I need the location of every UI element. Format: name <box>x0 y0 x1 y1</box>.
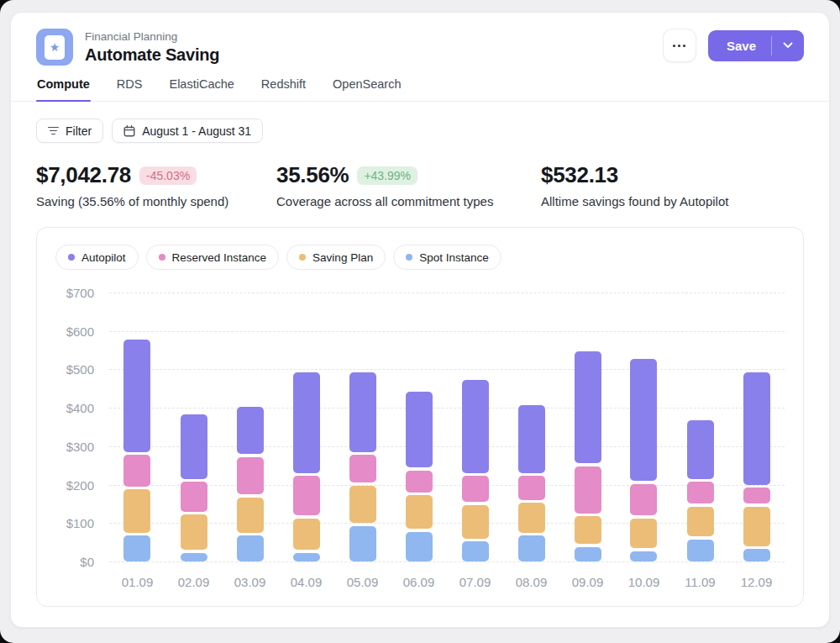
chart-legend: Autopilot Reserved Instance Saving Plan … <box>55 245 785 270</box>
bar-segment-spot-instance <box>630 551 657 562</box>
x-axis-label: 11.09 <box>685 575 715 589</box>
filter-button[interactable]: Filter <box>36 119 103 143</box>
bar-segment-saving-plan <box>630 519 657 548</box>
legend-item-spot-instance[interactable]: Spot Instance <box>393 245 501 270</box>
stat-badge-positive: +43.99% <box>357 166 417 185</box>
save-dropdown-button[interactable] <box>772 30 804 61</box>
bar-segment-autopilot <box>687 420 714 479</box>
stat-saving: $7,042.78 -45.03% Saving (35.56% of mont… <box>36 162 276 208</box>
bar-segment-reserved-instance <box>237 457 264 495</box>
legend-dot <box>68 254 75 261</box>
content: Filter August 1 - August 31 $7,042.78 -4… <box>11 102 829 627</box>
bar-segment-reserved-instance <box>518 476 545 500</box>
date-range-button[interactable]: August 1 - August 31 <box>112 119 263 143</box>
bar-segment-saving-plan <box>123 489 150 532</box>
bar-segment-saving-plan <box>237 498 264 533</box>
bar-segment-spot-instance <box>462 541 489 561</box>
tab-rds[interactable]: RDS <box>116 77 144 101</box>
bar-segment-reserved-instance <box>406 471 433 493</box>
stat-value: $7,042.78 <box>36 162 131 188</box>
x-axis-label: 06.09 <box>403 575 435 589</box>
legend-item-autopilot[interactable]: Autopilot <box>55 245 139 270</box>
bar-segment-reserved-instance <box>349 455 376 482</box>
bar-segment-autopilot <box>123 340 150 452</box>
x-axis-label: 05.09 <box>347 575 379 589</box>
tab-redshift[interactable]: Redshift <box>260 77 307 101</box>
legend-label: Spot Instance <box>419 251 489 264</box>
filter-icon <box>48 127 59 135</box>
y-axis-tick: $700 <box>66 286 94 300</box>
gridline <box>109 331 785 332</box>
bar-segment-saving-plan <box>743 507 770 546</box>
bar-segment-saving-plan <box>575 516 601 544</box>
gridline <box>109 446 785 447</box>
legend-dot <box>406 254 412 261</box>
x-axis-label: 03.09 <box>234 575 266 589</box>
y-axis-tick: $200 <box>66 477 94 492</box>
bar-segment-spot-instance <box>181 553 207 561</box>
bar-segment-saving-plan <box>349 486 376 524</box>
legend-label: Saving Plan <box>312 251 373 264</box>
legend-label: Reserved Instance <box>172 251 267 264</box>
y-axis-tick: $500 <box>66 362 94 377</box>
gridline <box>109 408 785 408</box>
x-axis-label: 04.09 <box>291 575 323 589</box>
bar-segment-spot-instance <box>518 535 545 561</box>
stat-badge-negative: -45.03% <box>139 166 197 185</box>
bar-segment-autopilot <box>406 392 433 467</box>
stacked-bar-chart: $700$600$500$400$300$200$100$0 01.0902.0… <box>55 293 785 561</box>
legend-dot <box>159 254 165 261</box>
stat-value: 35.56% <box>276 162 349 188</box>
y-axis: $700$600$500$400$300$200$100$0 <box>55 293 94 561</box>
y-axis-tick: $600 <box>66 324 94 338</box>
bar-segment-reserved-instance <box>630 484 657 516</box>
legend-item-saving-plan[interactable]: Saving Plan <box>286 245 386 270</box>
filter-row: Filter August 1 - August 31 <box>36 119 804 143</box>
tab-elasticache[interactable]: ElastiCache <box>168 77 234 101</box>
chevron-down-icon <box>783 42 793 49</box>
bar-segment-spot-instance <box>743 549 770 561</box>
bar-segment-spot-instance <box>349 526 376 561</box>
y-axis-tick: $400 <box>66 401 94 415</box>
x-axis-label: 02.09 <box>178 575 210 589</box>
x-axis-label: 07.09 <box>459 575 491 589</box>
stat-coverage: 35.56% +43.99% Coverage across all commi… <box>276 162 541 208</box>
gridline <box>109 561 785 562</box>
chart-card: Autopilot Reserved Instance Saving Plan … <box>36 227 804 607</box>
gridline <box>109 293 785 293</box>
legend-dot <box>299 254 306 261</box>
more-button[interactable] <box>663 29 696 62</box>
breadcrumb: Financial Planning <box>85 30 219 43</box>
bar-segment-autopilot <box>349 372 376 452</box>
bar-segment-spot-instance <box>293 553 320 561</box>
save-button[interactable]: Save <box>708 30 771 61</box>
legend-item-reserved-instance[interactable]: Reserved Instance <box>146 245 280 270</box>
gridline <box>109 369 785 370</box>
bar-segment-spot-instance <box>123 535 150 561</box>
stat-value: $532.13 <box>541 162 618 188</box>
stat-alltime-savings: $532.13 Alltime savings found by Autopil… <box>541 162 728 208</box>
page-title: Automate Saving <box>85 45 219 65</box>
y-axis-tick: $0 <box>80 555 94 569</box>
app-window: ★ Financial Planning Automate Saving Sav… <box>0 0 840 643</box>
date-range-label: August 1 - August 31 <box>142 124 251 138</box>
legend-label: Autopilot <box>81 251 126 264</box>
stat-label: Coverage across all commitment types <box>276 194 541 208</box>
filter-label: Filter <box>66 124 92 138</box>
bar-segment-reserved-instance <box>123 455 150 487</box>
tab-opensearch[interactable]: OpenSearch <box>332 77 402 101</box>
bar-segment-autopilot <box>518 405 545 473</box>
x-axis-label: 10.09 <box>628 575 660 589</box>
y-axis-tick: $300 <box>66 439 94 453</box>
star-icon: ★ <box>50 41 60 53</box>
bar-segment-spot-instance <box>237 535 264 561</box>
bar-segment-saving-plan <box>293 519 320 551</box>
bar-segment-saving-plan <box>406 495 433 529</box>
calendar-icon <box>123 125 135 137</box>
tab-compute[interactable]: Compute <box>36 77 91 101</box>
bar-segment-autopilot <box>293 372 320 473</box>
x-axis-label: 01.09 <box>122 575 154 589</box>
x-axis-label: 12.09 <box>741 575 773 589</box>
gridline <box>109 485 785 486</box>
bar-segment-autopilot <box>743 372 770 485</box>
